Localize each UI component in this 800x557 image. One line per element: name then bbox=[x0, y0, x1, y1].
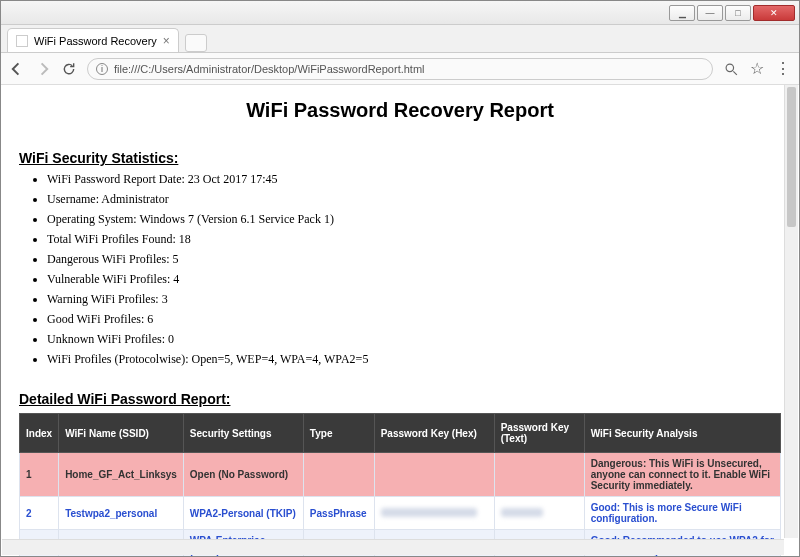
forward-button[interactable] bbox=[35, 61, 51, 77]
cell-text bbox=[494, 453, 584, 497]
redacted-value bbox=[381, 508, 477, 517]
svg-point-0 bbox=[726, 64, 733, 71]
page-title: WiFi Password Recovery Report bbox=[19, 99, 781, 122]
address-bar[interactable]: i file:///C:/Users/Administrator/Desktop… bbox=[87, 58, 713, 80]
stats-item: Dangerous WiFi Profiles: 5 bbox=[47, 252, 781, 267]
browser-tab[interactable]: WiFi Password Recovery × bbox=[7, 28, 179, 52]
page-favicon-icon bbox=[16, 35, 28, 47]
nav-toolbar: i file:///C:/Users/Administrator/Desktop… bbox=[1, 53, 799, 85]
bookmark-icon[interactable]: ☆ bbox=[749, 61, 765, 77]
tab-strip: WiFi Password Recovery × bbox=[1, 25, 799, 53]
window-titlebar: ▁ — □ ✕ bbox=[1, 1, 799, 25]
stats-item: Good WiFi Profiles: 6 bbox=[47, 312, 781, 327]
stats-heading: WiFi Security Statistics: bbox=[19, 150, 781, 166]
col-type: Type bbox=[303, 414, 374, 453]
cell-analysis: Dangerous: This WiFi is Unsecured, anyon… bbox=[584, 453, 780, 497]
reload-button[interactable] bbox=[61, 61, 77, 77]
stats-list: WiFi Password Report Date: 23 Oct 2017 1… bbox=[19, 172, 781, 367]
stats-item: Unknown WiFi Profiles: 0 bbox=[47, 332, 781, 347]
table-header-row: Index WiFi Name (SSID) Security Settings… bbox=[20, 414, 781, 453]
cell-ssid: Testwpa2_personal bbox=[59, 497, 184, 530]
col-text: Password Key (Text) bbox=[494, 414, 584, 453]
close-button[interactable]: ✕ bbox=[753, 5, 795, 21]
browser-window: ▁ — □ ✕ WiFi Password Recovery × i file:… bbox=[0, 0, 800, 557]
new-tab-button[interactable] bbox=[185, 34, 207, 52]
stats-item: WiFi Password Report Date: 23 Oct 2017 1… bbox=[47, 172, 781, 187]
tab-close-icon[interactable]: × bbox=[163, 34, 170, 48]
menu-icon[interactable]: ⋮ bbox=[775, 61, 791, 77]
cell-hex bbox=[374, 497, 494, 530]
col-hex: Password Key (Hex) bbox=[374, 414, 494, 453]
cell-text bbox=[494, 497, 584, 530]
stats-item: Operating System: Windows 7 (Version 6.1… bbox=[47, 212, 781, 227]
collapse-button[interactable]: ▁ bbox=[669, 5, 695, 21]
horizontal-scrollbar[interactable] bbox=[2, 539, 784, 555]
detail-heading: Detailed WiFi Password Report: bbox=[19, 391, 781, 407]
redacted-value bbox=[501, 508, 543, 517]
col-ssid: WiFi Name (SSID) bbox=[59, 414, 184, 453]
col-security: Security Settings bbox=[183, 414, 303, 453]
site-info-icon[interactable]: i bbox=[96, 63, 108, 75]
stats-item: Vulnerable WiFi Profiles: 4 bbox=[47, 272, 781, 287]
cell-index: 1 bbox=[20, 453, 59, 497]
back-button[interactable] bbox=[9, 61, 25, 77]
cell-security: Open (No Password) bbox=[183, 453, 303, 497]
minimize-button[interactable]: — bbox=[697, 5, 723, 21]
cell-index: 2 bbox=[20, 497, 59, 530]
stats-item: WiFi Profiles (Protocolwise): Open=5, WE… bbox=[47, 352, 781, 367]
cell-security: WPA2-Personal (TKIP) bbox=[183, 497, 303, 530]
tab-title: WiFi Password Recovery bbox=[34, 35, 157, 47]
cell-type bbox=[303, 453, 374, 497]
table-row: 1Home_GF_Act_LinksysOpen (No Password)Da… bbox=[20, 453, 781, 497]
cell-hex bbox=[374, 453, 494, 497]
table-row: 2Testwpa2_personalWPA2-Personal (TKIP)Pa… bbox=[20, 497, 781, 530]
wifi-report-table: Index WiFi Name (SSID) Security Settings… bbox=[19, 413, 781, 556]
col-analysis: WiFi Security Analysis bbox=[584, 414, 780, 453]
stats-item: Username: Administrator bbox=[47, 192, 781, 207]
url-text: file:///C:/Users/Administrator/Desktop/W… bbox=[114, 63, 425, 75]
cell-type: PassPhrase bbox=[303, 497, 374, 530]
cell-analysis: Good: This is more Secure WiFi configura… bbox=[584, 497, 780, 530]
cell-ssid: Home_GF_Act_Linksys bbox=[59, 453, 184, 497]
maximize-button[interactable]: □ bbox=[725, 5, 751, 21]
col-index: Index bbox=[20, 414, 59, 453]
stats-item: Warning WiFi Profiles: 3 bbox=[47, 292, 781, 307]
page-viewport: WiFi Password Recovery Report WiFi Secur… bbox=[1, 85, 799, 556]
stats-item: Total WiFi Profiles Found: 18 bbox=[47, 232, 781, 247]
vertical-scrollbar[interactable] bbox=[784, 85, 798, 538]
scrollbar-thumb[interactable] bbox=[787, 87, 796, 227]
zoom-icon[interactable] bbox=[723, 61, 739, 77]
